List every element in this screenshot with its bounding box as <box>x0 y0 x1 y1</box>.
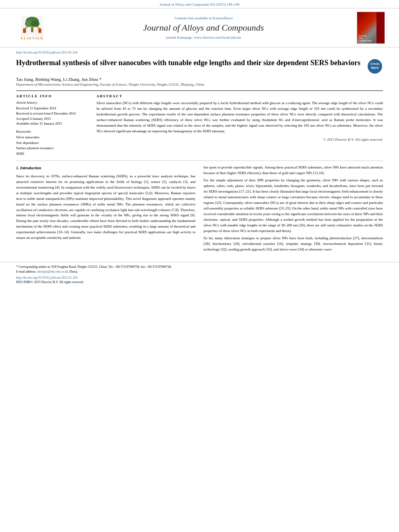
intro-paragraph-1: Since its discovery in 1970s, surface-en… <box>16 174 195 241</box>
svg-point-3 <box>31 20 39 27</box>
journal-cover-area: ALLOYSANDCOMPOUNDS <box>351 12 391 44</box>
journal-header: ELSEVIER Contents lists available at Sci… <box>0 8 399 47</box>
authors-text: Tao Jiang, Binbing Wang, Li Zhang, Jun Z… <box>16 77 101 82</box>
article-title-text: Hydrothermal synthesis of silver nanocub… <box>16 58 367 68</box>
journal-cover-image: ALLOYSANDCOMPOUNDS <box>357 12 385 44</box>
footer-doi: http://dx.doi.org/10.1016/j.jallcom.2015… <box>16 276 383 279</box>
keyword-3: Surface plasmon resonance <box>16 146 88 151</box>
journal-info-center: Contents lists available at ScienceDirec… <box>56 16 351 39</box>
body-right-column: hot spots to provide reproducible signal… <box>204 165 383 254</box>
cover-stripe <box>376 12 385 43</box>
journal-bar: Journal of Alloys and Compounds 632 (201… <box>0 0 399 8</box>
svg-text:Cross: Cross <box>370 62 380 66</box>
copyright-line: © 2015 Elsevier B.V. All rights reserved… <box>97 138 383 142</box>
authors-line: Tao Jiang, Binbing Wang, Li Zhang, Jun Z… <box>16 77 383 82</box>
publisher-logo: ELSEVIER <box>8 16 56 40</box>
abstract-text: Silver nanocubes (NCs) with different ed… <box>97 101 383 134</box>
svg-text:Mark: Mark <box>371 66 379 70</box>
revised-date: Received in revised form 8 December 2014 <box>16 111 88 116</box>
keywords-section: Keywords: Silver nanocubes Size dependen… <box>16 129 88 156</box>
section-divider <box>16 160 383 161</box>
article-info-section: ARTICLE INFO Article history: Received 1… <box>16 94 88 156</box>
available-date: Available online 31 January 2015 <box>16 121 88 126</box>
abstract-section: ABSTRACT Silver nanocubes (NCs) with dif… <box>97 94 383 156</box>
article-info-abstract: ARTICLE INFO Article history: Received 1… <box>16 90 383 156</box>
email-note: E-mail address: zhoujun@nbu.edu.cn (J. Z… <box>16 269 383 274</box>
cover-text: ALLOYSANDCOMPOUNDS <box>358 35 372 42</box>
footer-rights: 0925-8388/© 2015 Elsevier B.V. All right… <box>16 280 383 284</box>
affiliation-text: Department of Microelectronic Science an… <box>16 82 383 86</box>
keyword-1: Silver nanocubes <box>16 135 88 140</box>
article-main: http://dx.doi.org/10.1016/j.jallcom.2015… <box>0 51 399 254</box>
corresponding-note: * Corresponding author at: 818 Fenghua R… <box>16 265 383 269</box>
intro-section-title: 1. Introduction <box>16 165 195 171</box>
received-date: Received 11 September 2014 <box>16 106 88 111</box>
history-label: Article history: <box>16 101 88 105</box>
elsevier-name: ELSEVIER <box>21 37 43 40</box>
keyword-4: SERS <box>16 151 88 157</box>
keywords-label: Keywords: <box>16 129 88 134</box>
svg-rect-8 <box>38 28 41 33</box>
accepted-date: Accepted 4 January 2015 <box>16 116 88 121</box>
intro-paragraph-4: So far, many fabrication strategies to p… <box>204 236 383 253</box>
crossmark-badge[interactable]: Cross Mark <box>367 58 383 74</box>
sciencedirect-notice: Contents lists available at ScienceDirec… <box>56 16 351 20</box>
article-info-label: ARTICLE INFO <box>16 94 88 98</box>
article-title-area: Hydrothermal synthesis of silver nanocub… <box>16 58 383 74</box>
email-link[interactable]: zhoujun@nbu.edu.cn <box>37 270 64 273</box>
footer-section: * Corresponding author at: 818 Fenghua R… <box>0 262 399 287</box>
journal-citation: Journal of Alloys and Compounds <box>160 2 209 6</box>
journal-volume: 632 (2015) 140–146 <box>210 2 240 6</box>
body-columns: 1. Introduction Since its discovery in 1… <box>16 165 383 254</box>
intro-paragraph-2: hot spots to provide reproducible signal… <box>204 165 383 176</box>
article-doi: http://dx.doi.org/10.1016/j.jallcom.2015… <box>16 51 383 54</box>
sciencedirect-link-text[interactable]: ScienceDirect <box>212 16 232 20</box>
elsevier-logo: ELSEVIER <box>20 16 44 40</box>
body-left-column: 1. Introduction Since its discovery in 1… <box>16 165 195 254</box>
abstract-label: ABSTRACT <box>97 94 383 98</box>
journal-name-header: Journal of Alloys and Compounds <box>56 23 351 33</box>
keyword-2: Size dependence <box>16 140 88 146</box>
journal-homepage: journal homepage: www.elsevier.com/locat… <box>56 35 351 39</box>
intro-paragraph-3: For the simple adjustment of their SPR p… <box>204 178 383 234</box>
svg-rect-4 <box>31 27 33 32</box>
elsevier-tree-icon <box>20 16 44 36</box>
svg-rect-7 <box>23 28 26 33</box>
